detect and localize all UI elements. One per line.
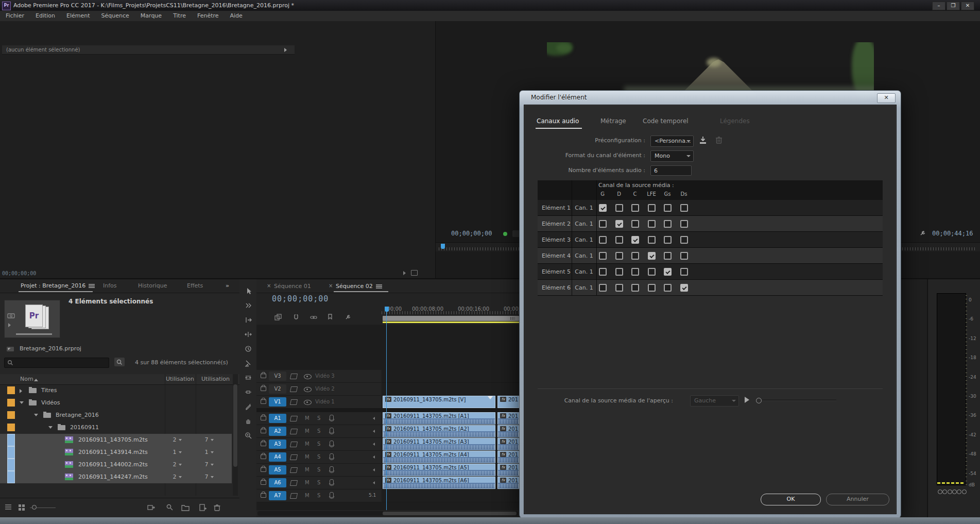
track-header-v2[interactable]: V2Vidéo 2 [256,383,381,396]
checkbox-el-ment-3-d[interactable] [615,236,623,244]
track-header-v1[interactable]: V1Vidéo 1 [256,396,381,409]
label-color-swatch[interactable] [7,471,15,483]
find-icon[interactable] [114,358,125,366]
tab-s-quence-02[interactable]: Séquence 02 [336,283,373,290]
menu-fenêtre[interactable]: Fenêtre [192,11,225,19]
track-mute-button[interactable]: M [305,454,310,460]
icon-view-icon[interactable] [18,503,26,512]
track-header-a5[interactable]: A5MS [256,464,381,477]
voiceover-mic-icon[interactable] [330,441,334,446]
timeline-playhead-head[interactable] [385,307,389,312]
timeline-hscrollbar-thumb[interactable] [383,512,517,515]
label-color-swatch[interactable] [7,386,15,394]
track-content-a5[interactable]: fx20160911_143705.m2ts [A5]fx201 [382,464,519,477]
fx-badge-icon[interactable]: fx [500,452,506,457]
collapse-chevron-icon[interactable] [48,426,53,429]
checkbox-el-ment-1-ds[interactable] [680,204,688,212]
usage-dropdown-icon[interactable] [179,464,182,466]
menu-elément[interactable]: Elément [61,11,96,19]
program-playhead[interactable] [441,244,445,249]
track-lock-icon[interactable] [261,399,266,404]
track-lock-icon[interactable] [261,416,266,420]
expand-arrow-icon[interactable] [284,48,287,52]
usage-dropdown-icon[interactable] [211,451,214,453]
tab-historique[interactable]: Historique [138,282,167,289]
track-visibility-eye-icon[interactable] [304,374,312,379]
ok-button[interactable]: OK [761,494,821,505]
timeline-settings-wrench-icon[interactable] [344,314,351,321]
checkbox-el-ment-4-c[interactable] [631,252,639,260]
menu-edition[interactable]: Edition [30,11,61,19]
checkbox-el-ment-2-d[interactable] [615,220,623,228]
track-target-button-v3[interactable]: V3 [269,371,286,381]
voiceover-mic-icon[interactable] [330,479,334,485]
list-column-header[interactable]: NomUtilisationUtilisation [0,374,239,385]
tool-zoom-icon[interactable] [245,432,252,439]
track-lock-icon[interactable] [261,493,266,498]
list-item-20160911[interactable]: 20160911 [0,421,232,434]
timeline-current-timecode[interactable]: 00;00;00;00 [272,294,329,303]
voiceover-mic-icon[interactable] [330,428,334,433]
camera-icon[interactable] [7,313,15,318]
dialog-tab-m-trage[interactable]: Métrage [600,117,626,125]
checkbox-el-ment-3-ds[interactable] [680,236,688,244]
track-content-a3[interactable]: fx20160911_143705.m2ts [A3]fx201 [382,438,519,451]
label-color-swatch[interactable] [7,446,15,459]
usage-video-count[interactable]: 2 [164,461,191,468]
track-header-a7[interactable]: A7MS5.1 [256,489,381,502]
window-close-button[interactable]: ✕ [961,2,974,10]
checkbox-el-ment-3-lfe[interactable] [648,236,656,244]
track-target-button-a7[interactable]: A7 [269,491,286,500]
timeline-clip-a4[interactable]: fx201 [497,451,519,463]
search-input[interactable] [4,358,109,368]
preset-dropdown[interactable]: <Personna... [650,136,694,147]
track-content-v3[interactable] [382,370,519,383]
timeline-clip-a2[interactable]: fx20160911_143705.m2ts [A2] [383,425,495,437]
track-content-a2[interactable]: fx20160911_143705.m2ts [A2]fx201 [382,425,519,438]
checkbox-el-ment-5-c[interactable] [631,268,639,276]
timeline-clip-a3[interactable]: fx201 [497,438,519,450]
track-solo-button[interactable]: S [317,493,320,498]
usage-video-count[interactable]: 2 [164,474,191,480]
timeline-clip-a4[interactable]: fx20160911_143705.m2ts [A4] [383,451,495,463]
preview-play-icon[interactable] [745,397,749,403]
sync-lock-icon[interactable] [290,493,298,499]
playback-resolution-dropdown[interactable] [512,230,520,237]
add-marker-icon[interactable] [326,314,334,321]
list-item-bretagne-2016[interactable]: Bretagne_2016 [0,409,232,421]
sync-lock-icon[interactable] [290,454,298,460]
track-solo-button[interactable]: S [317,441,320,447]
usage-dropdown-icon[interactable] [179,476,182,478]
usage-audio-count[interactable]: 1 [196,449,222,455]
tab-effets[interactable]: Effets [187,282,203,289]
tool-hand-icon[interactable] [245,417,252,425]
effect-controls-timecode[interactable]: 00;00;00;00 [2,271,36,276]
track-target-button-a1[interactable]: A1 [269,414,286,423]
list-item-20160911-143705-m2ts[interactable]: 20160911_143705.m2ts27 [0,434,232,446]
checkbox-el-ment-1-gs[interactable] [664,204,672,212]
usage-audio-count[interactable]: 7 [196,474,222,480]
track-mute-button[interactable]: M [305,480,310,485]
timeline-clip-a6[interactable]: fx20160911_143705.m2ts [A6] [383,477,495,489]
navigate-up-icon[interactable] [6,346,14,352]
tool-slip-icon[interactable] [245,374,252,381]
panel-menu-icon[interactable] [89,285,95,286]
checkbox-el-ment-3-c[interactable] [631,236,639,244]
track-mute-button[interactable]: M [305,441,310,447]
sync-lock-icon[interactable] [290,416,298,421]
project-file-name[interactable]: Bretagne_2016.prproj [20,345,81,352]
meter-solo-button[interactable] [938,489,942,494]
project-scrollbar[interactable] [233,374,238,496]
tab-close-icon[interactable]: × [267,283,271,289]
track-header-a6[interactable]: A6MS [256,477,381,489]
track-lock-icon[interactable] [261,454,266,459]
work-area-bar[interactable] [383,316,519,321]
checkbox-el-ment-5-lfe[interactable] [648,268,656,276]
track-solo-button[interactable]: S [317,467,320,472]
usage-audio-count[interactable]: 7 [196,436,222,443]
checkbox-el-ment-4-g[interactable] [599,252,607,260]
track-mute-button[interactable]: M [305,493,310,498]
tool-razor-icon[interactable] [245,360,252,367]
snap-magnet-icon[interactable] [293,314,300,321]
dialog-close-button[interactable]: ✕ [877,93,896,103]
